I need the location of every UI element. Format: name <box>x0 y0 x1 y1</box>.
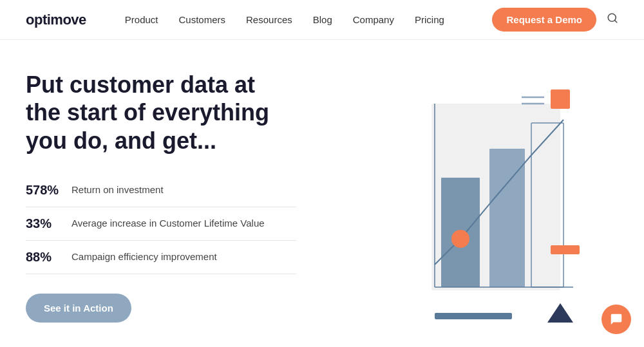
hero-left: Put customer data at the start of everyt… <box>26 64 296 323</box>
stat-item-roi: 578% Return on investment <box>26 174 296 207</box>
chart-container <box>322 65 592 323</box>
stat-number-efficiency: 88% <box>26 250 61 265</box>
chat-button[interactable] <box>601 305 631 334</box>
nav-customers[interactable]: Customers <box>179 14 226 25</box>
logo[interactable]: optimove <box>26 12 86 28</box>
stat-item-efficiency: 88% Campaign efficiency improvement <box>26 241 296 274</box>
nav-product[interactable]: Product <box>125 14 158 25</box>
main-nav: Product Customers Resources Blog Company… <box>125 14 493 25</box>
stat-item-clv: 33% Average increase in Customer Lifetim… <box>26 207 296 241</box>
see-action-button[interactable]: See it in Action <box>26 294 131 323</box>
chat-icon <box>609 312 623 326</box>
stat-label-efficiency: Campaign efficiency improvement <box>71 250 217 263</box>
nav-blog[interactable]: Blog <box>313 14 332 25</box>
stat-label-clv: Average increase in Customer Lifetime Va… <box>71 216 265 230</box>
stat-number-roi: 578% <box>26 183 61 198</box>
svg-marker-13 <box>547 303 573 323</box>
search-button[interactable] <box>607 12 618 27</box>
request-demo-button[interactable]: Request a Demo <box>492 8 596 32</box>
nav-pricing[interactable]: Pricing <box>415 14 444 25</box>
svg-line-1 <box>614 20 616 22</box>
hero-chart <box>296 40 618 347</box>
chart-svg <box>322 65 592 323</box>
svg-point-11 <box>451 230 469 248</box>
stats-list: 578% Return on investment 33% Average in… <box>26 174 296 274</box>
search-icon <box>607 12 618 24</box>
svg-rect-3 <box>551 89 570 109</box>
header-right: Request a Demo <box>492 8 618 32</box>
svg-rect-14 <box>435 313 512 319</box>
stat-number-clv: 33% <box>26 216 61 231</box>
nav-company[interactable]: Company <box>353 14 394 25</box>
nav-resources[interactable]: Resources <box>246 14 292 25</box>
svg-rect-12 <box>551 245 580 254</box>
hero-headline: Put customer data at the start of everyt… <box>26 71 296 155</box>
stat-label-roi: Return on investment <box>71 183 164 196</box>
